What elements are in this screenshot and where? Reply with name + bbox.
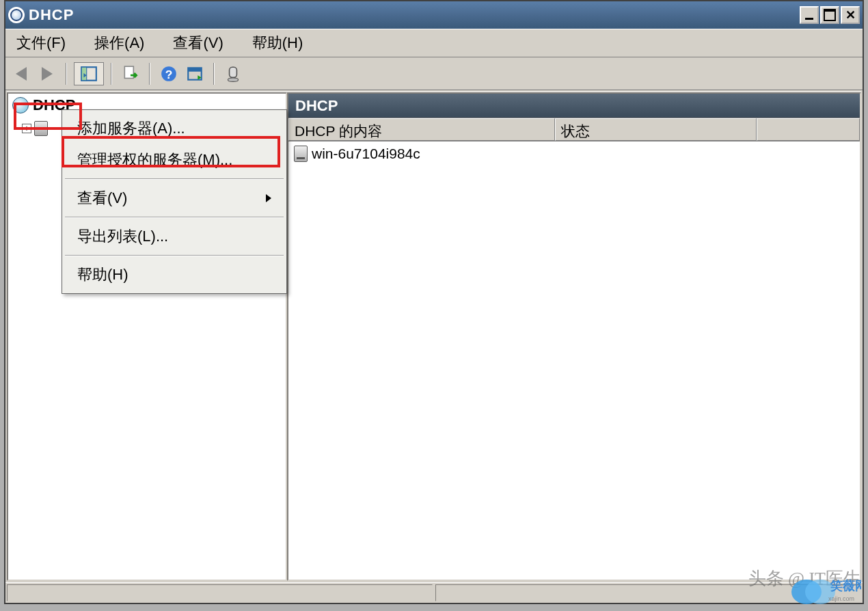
ctx-view[interactable]: 查看(V) xyxy=(64,182,285,214)
help-icon: ? xyxy=(160,65,178,83)
arrow-left-icon xyxy=(16,67,27,81)
svg-text:?: ? xyxy=(165,67,173,81)
list-pane-title: DHCP xyxy=(288,94,860,118)
tree-pane-icon xyxy=(80,65,98,83)
properties-button[interactable] xyxy=(183,62,206,85)
server-action-icon xyxy=(224,65,242,83)
list-pane: DHCP DHCP 的内容 状态 win-6u7104i984c xyxy=(287,92,861,581)
ctx-help[interactable]: 帮助(H) xyxy=(64,259,285,290)
ctx-separator xyxy=(65,217,284,218)
export-icon xyxy=(122,65,139,83)
arrow-right-icon xyxy=(42,67,53,81)
dhcp-mmc-window: DHCP ✕ 文件(F) 操作(A) 查看(V) 帮助(H) xyxy=(4,0,864,604)
ctx-help-label: 帮助(H) xyxy=(77,264,128,285)
show-hide-tree-button[interactable] xyxy=(74,62,104,85)
toolbar-separator xyxy=(213,63,215,85)
list-item-server[interactable]: win-6u7104i984c xyxy=(291,144,857,163)
submenu-arrow-icon xyxy=(266,194,271,202)
toolbar-separator xyxy=(149,63,150,85)
menubar: 文件(F) 操作(A) 查看(V) 帮助(H) xyxy=(5,29,863,57)
dhcp-app-icon xyxy=(8,7,25,23)
column-content[interactable]: DHCP 的内容 xyxy=(288,118,555,141)
export-button[interactable] xyxy=(119,62,142,85)
ctx-export-list[interactable]: 导出列表(L)... xyxy=(64,221,285,252)
toolbar: ? xyxy=(5,57,863,90)
window-controls: ✕ xyxy=(800,6,860,24)
column-headers: DHCP 的内容 状态 xyxy=(288,118,860,141)
server-name: win-6u7104i984c xyxy=(312,146,420,162)
properties-icon xyxy=(186,65,204,83)
ctx-manage-authorized[interactable]: 管理授权的服务器(M)... xyxy=(64,144,285,176)
expand-toggle[interactable]: + xyxy=(22,124,31,133)
context-menu: 添加服务器(A)... 管理授权的服务器(M)... 查看(V) 导出列表(L)… xyxy=(62,109,287,294)
menu-file[interactable]: 文件(F) xyxy=(12,30,70,56)
dhcp-node-icon xyxy=(12,97,29,113)
server-icon xyxy=(294,146,308,162)
svg-text:笑薇网: 笑薇网 xyxy=(830,579,861,593)
status-cell-1 xyxy=(7,584,433,601)
list-pane-title-text: DHCP xyxy=(295,97,338,115)
list-body[interactable]: win-6u7104i984c xyxy=(288,141,860,580)
watermark-logo: 笑薇网 xajin.com xyxy=(786,575,861,611)
svg-rect-9 xyxy=(230,67,237,77)
menu-view[interactable]: 查看(V) xyxy=(169,30,227,56)
tree-child-server[interactable]: + xyxy=(22,121,48,136)
column-spacer xyxy=(757,118,860,141)
authorize-button[interactable] xyxy=(221,62,245,85)
ctx-separator xyxy=(65,178,284,180)
minimize-button[interactable] xyxy=(800,6,819,24)
menu-action[interactable]: 操作(A) xyxy=(90,30,148,56)
back-button[interactable] xyxy=(10,62,33,85)
ctx-add-server[interactable]: 添加服务器(A)... xyxy=(64,113,285,144)
svg-rect-7 xyxy=(188,68,202,71)
svg-text:xajin.com: xajin.com xyxy=(828,595,854,602)
ctx-view-label: 查看(V) xyxy=(77,188,127,208)
ctx-add-server-label: 添加服务器(A)... xyxy=(77,118,185,139)
ctx-manage-authorized-label: 管理授权的服务器(M)... xyxy=(77,150,232,170)
svg-rect-3 xyxy=(124,66,133,78)
svg-point-10 xyxy=(228,77,238,81)
ctx-separator xyxy=(65,255,284,256)
server-icon xyxy=(34,121,48,136)
toolbar-separator xyxy=(66,63,67,85)
window-title: DHCP xyxy=(29,6,796,24)
menu-help[interactable]: 帮助(H) xyxy=(248,30,308,56)
close-button[interactable]: ✕ xyxy=(841,6,860,24)
toolbar-separator xyxy=(111,63,112,85)
column-status[interactable]: 状态 xyxy=(555,118,757,141)
help-button[interactable]: ? xyxy=(157,62,180,85)
maximize-button[interactable] xyxy=(820,6,839,24)
forward-button[interactable] xyxy=(36,62,59,85)
statusbar xyxy=(5,582,863,603)
ctx-export-list-label: 导出列表(L)... xyxy=(77,226,168,247)
titlebar: DHCP ✕ xyxy=(5,1,863,29)
